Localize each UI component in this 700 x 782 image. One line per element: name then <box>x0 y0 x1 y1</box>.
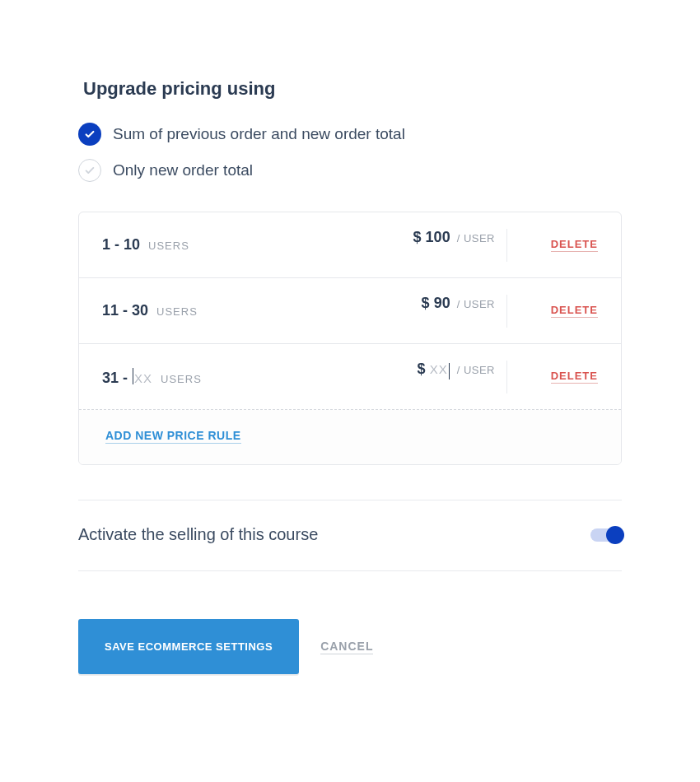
check-icon <box>78 159 101 182</box>
activate-selling-row: Activate the selling of this course <box>78 525 622 544</box>
toggle-label: Activate the selling of this course <box>78 525 318 544</box>
save-button[interactable]: SAVE ECOMMERCE SETTINGS <box>78 619 299 674</box>
radio-option-new[interactable]: Only new order total <box>78 159 622 182</box>
users-label: USERS <box>161 373 202 385</box>
divider <box>78 570 622 571</box>
delete-button[interactable]: DELETE <box>551 370 598 384</box>
price-amount: $ 90 <box>422 295 450 312</box>
per-user-label: / USER <box>457 364 495 376</box>
check-icon <box>78 123 101 146</box>
upgrade-pricing-radio-group: Sum of previous order and new order tota… <box>78 123 622 182</box>
add-rule-row: ADD NEW PRICE RULE <box>79 410 621 464</box>
radio-label: Sum of previous order and new order tota… <box>113 125 405 143</box>
price-cell: $ 100 / USER <box>349 229 507 262</box>
delete-button[interactable]: DELETE <box>551 304 598 318</box>
section-title: Upgrade pricing using <box>83 78 622 100</box>
range-cell: 31 - XX USERS <box>102 366 349 387</box>
cancel-button[interactable]: CANCEL <box>320 640 373 654</box>
add-price-rule-button[interactable]: ADD NEW PRICE RULE <box>105 429 241 444</box>
price-rule-row: 1 - 10 USERS $ 100 / USER DELETE <box>79 212 621 278</box>
activate-selling-toggle[interactable] <box>590 528 622 542</box>
form-actions: SAVE ECOMMERCE SETTINGS CANCEL <box>78 619 622 674</box>
range-value: 11 - 30 <box>102 302 148 319</box>
radio-label: Only new order total <box>113 161 253 179</box>
price-cell: $ XX / USER <box>349 361 507 393</box>
price-amount-input[interactable]: $ XX <box>418 361 450 378</box>
range-cell: 11 - 30 USERS <box>102 302 349 319</box>
price-rules-table: 1 - 10 USERS $ 100 / USER DELETE 11 - 30… <box>78 212 622 465</box>
users-label: USERS <box>156 305 198 318</box>
price-rule-row-editing: 31 - XX USERS $ XX / USER DELETE <box>79 344 621 410</box>
divider <box>78 500 622 500</box>
delete-button[interactable]: DELETE <box>551 238 598 252</box>
users-label: USERS <box>148 240 189 252</box>
price-rule-row: 11 - 30 USERS $ 90 / USER DELETE <box>79 278 621 344</box>
radio-option-sum[interactable]: Sum of previous order and new order tota… <box>78 123 622 146</box>
range-max-input[interactable]: 31 - XX <box>102 366 152 387</box>
range-value: 1 - 10 <box>102 236 140 254</box>
per-user-label: / USER <box>457 298 495 310</box>
per-user-label: / USER <box>457 232 495 244</box>
price-amount: $ 100 <box>413 229 450 246</box>
toggle-knob <box>606 526 624 544</box>
price-cell: $ 90 / USER <box>349 295 507 328</box>
range-cell: 1 - 10 USERS <box>102 236 349 254</box>
